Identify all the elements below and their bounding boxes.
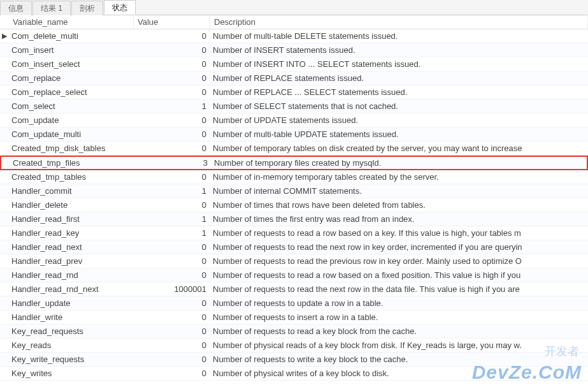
table-row[interactable]: Com_select1Number of SELECT statements t… [0,99,588,113]
row-marker-icon: ▶ [0,32,9,40]
cell-value: 0 [134,312,210,322]
cell-description: Number of multi-table UPDATE statements … [210,129,588,139]
table-row[interactable]: Created_tmp_disk_tables0Number of tempor… [0,142,588,156]
table-row[interactable]: Com_replace0Number of REPLACE statements… [0,71,588,85]
cell-value: 0 [134,45,210,55]
table-row[interactable]: Com_replace_select0Number of REPLACE ...… [0,85,588,99]
cell-value: 1000001 [134,284,210,294]
table-row[interactable]: Created_tmp_files3Number of temporary fi… [0,156,588,170]
tab-status[interactable]: 状态 [104,0,136,15]
table-row[interactable]: Handler_read_rnd_next1000001Number of re… [0,282,588,296]
cell-description: Number of multi-table DELETE statements … [210,31,588,41]
cell-description: Number of times that rows have been dele… [210,200,588,210]
table-row[interactable]: Handler_read_key1Number of requests to r… [0,226,588,240]
cell-value: 0 [134,200,210,210]
cell-description: Number of in-memory temporary tables cre… [210,172,588,182]
cell-variable-name: Handler_read_prev [9,256,134,266]
cell-description: Number of requests to read a row based o… [210,228,588,238]
cell-variable-name: Com_delete_multi [9,31,134,41]
table-row[interactable]: Created_tmp_tables0Number of in-memory t… [0,170,588,184]
cell-variable-name: Com_update [9,115,134,125]
table-row[interactable]: Handler_delete0Number of times that rows… [0,198,588,212]
column-header-name[interactable]: Variable_name [9,15,134,29]
cell-description: Number of requests to update a row in a … [210,298,588,308]
cell-variable-name: Key_reads [9,340,134,350]
cell-description: Number of temporary files created by mys… [212,158,587,168]
cell-variable-name: Handler_read_first [9,214,134,224]
cell-variable-name: Com_replace_select [9,87,134,97]
cell-value: 0 [134,73,210,83]
table-row[interactable]: Com_insert0Number of INSERT statements i… [0,43,588,57]
cell-value: 0 [134,298,210,308]
cell-description: Number of UPDATE statements issued. [210,115,588,125]
cell-value: 0 [134,242,210,252]
table-row[interactable]: Handler_read_next0Number of requests to … [0,240,588,254]
tab-profile[interactable]: 剖析 [71,1,103,15]
cell-variable-name: Created_tmp_disk_tables [9,143,134,153]
cell-description: Number of temporary tables on disk creat… [210,143,588,153]
cell-description: Number of internal COMMIT statements. [210,186,588,196]
cell-description: Number of requests to read the previous … [210,256,588,266]
cell-description: Number of requests to read a row based o… [210,270,588,280]
cell-value: 0 [134,369,210,378]
cell-variable-name: Handler_update [9,298,134,308]
cell-variable-name: Key_writes [9,369,134,378]
cell-value: 0 [134,143,210,153]
cell-description: Number of requests to read a key block f… [210,326,588,336]
cell-description: Number of times the first entry was read… [210,214,588,224]
cell-value: 0 [134,31,210,41]
cell-value: 0 [134,256,210,266]
cell-description: Number of requests to read the next row … [210,284,588,294]
cell-value: 3 [135,158,212,168]
table-row[interactable]: Handler_read_rnd0Number of requests to r… [0,268,588,282]
cell-variable-name: Handler_read_key [9,228,134,238]
cell-value: 1 [134,101,210,111]
cell-variable-name: Handler_read_next [9,242,134,252]
cell-value: 0 [134,326,210,336]
table-row[interactable]: Key_read_requests0Number of requests to … [0,325,588,339]
cell-value: 1 [134,228,210,238]
cell-description: Number of requests to read the next row … [210,242,588,252]
cell-variable-name: Handler_read_rnd_next [9,284,134,294]
table-row[interactable]: Handler_write0Number of requests to inse… [0,310,588,325]
cell-description: Number of SELECT statements that is not … [210,101,588,111]
cell-value: 0 [134,87,210,97]
cell-variable-name: Created_tmp_files [10,158,135,168]
cell-variable-name: Key_write_requests [9,354,134,364]
table-row[interactable]: Handler_commit1Number of internal COMMIT… [0,184,588,198]
table-row[interactable]: Key_writes0Number of physical writes of … [0,367,588,381]
tab-info[interactable]: 信息 [0,1,32,15]
table-row[interactable]: Key_reads0Number of physical reads of a … [0,339,588,353]
cell-variable-name: Com_update_multi [9,129,134,139]
table-row[interactable]: ▶Com_delete_multi0Number of multi-table … [0,29,588,43]
table-row[interactable]: Com_insert_select0Number of INSERT INTO … [0,57,588,71]
cell-variable-name: Com_insert_select [9,59,134,69]
tab-bar: 信息 结果 1 剖析 状态 [0,0,588,15]
cell-value: 0 [134,129,210,139]
cell-value: 0 [134,340,210,350]
cell-variable-name: Created_tmp_tables [9,172,134,182]
table-row[interactable]: Handler_read_first1Number of times the f… [0,212,588,226]
cell-value: 0 [134,59,210,69]
cell-value: 1 [134,186,210,196]
table-row[interactable]: Key_write_requests0Number of requests to… [0,353,588,367]
tab-result1[interactable]: 结果 1 [32,1,71,15]
cell-variable-name: Handler_commit [9,186,134,196]
cell-variable-name: Handler_delete [9,200,134,210]
cell-description: Number of REPLACE ... SELECT statements … [210,87,588,97]
table-row[interactable]: Handler_update0Number of requests to upd… [0,296,588,310]
table-row[interactable]: Com_update0Number of UPDATE statements i… [0,113,588,128]
cell-description: Number of physical reads of a key block … [210,340,588,350]
cell-description: Number of REPLACE statements issued. [210,73,588,83]
table-row[interactable]: Com_update_multi0Number of multi-table U… [0,128,588,142]
table-row[interactable]: Handler_read_prev0Number of requests to … [0,254,588,268]
cell-variable-name: Key_read_requests [9,326,134,336]
column-header-desc[interactable]: Description [210,15,588,29]
cell-value: 0 [134,270,210,280]
cell-variable-name: Com_insert [9,45,134,55]
cell-value: 1 [134,214,210,224]
grid-body: ▶Com_delete_multi0Number of multi-table … [0,29,588,381]
cell-variable-name: Handler_write [9,312,134,322]
column-header-value[interactable]: Value [134,15,210,29]
cell-description: Number of physical writes of a key block… [210,369,588,378]
